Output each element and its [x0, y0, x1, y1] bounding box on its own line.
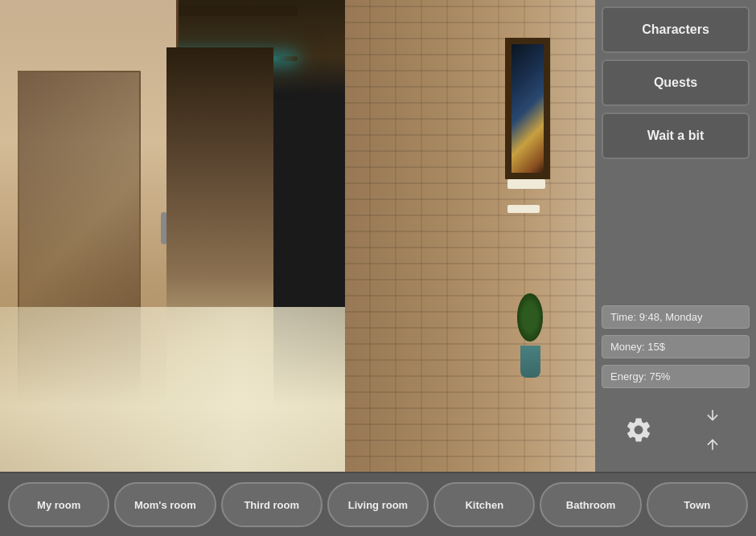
nav-moms-room[interactable]: Mom's room	[114, 482, 216, 527]
stone-wall	[345, 0, 595, 472]
gear-icon[interactable]	[624, 415, 653, 444]
characters-button[interactable]: Characters	[602, 6, 750, 53]
time-display: Time: 9:48, Monday	[602, 305, 750, 329]
arrow-down-icon[interactable]	[698, 401, 727, 430]
quests-button[interactable]: Quests	[602, 59, 750, 106]
money-display: Money: 15$	[602, 335, 750, 358]
wall-painting	[505, 38, 550, 179]
nav-third-room[interactable]: Third room	[221, 482, 323, 527]
wait-button[interactable]: Wait a bit	[602, 113, 750, 159]
shelf-bottom	[507, 205, 540, 213]
plant-pot	[520, 346, 540, 378]
sidebar: Characters Quests Wait a bit Time: 9:48,…	[595, 0, 756, 472]
stone-texture	[345, 0, 595, 472]
sidebar-info: Time: 9:48, Monday Money: 15$ Energy: 75…	[602, 305, 750, 465]
bottom-navigation: My room Mom's room Third room Living roo…	[0, 472, 756, 536]
main-area: Characters Quests Wait a bit Time: 9:48,…	[0, 0, 756, 472]
game-view	[0, 0, 595, 472]
energy-display: Energy: 75%	[602, 365, 750, 388]
plant-leaves	[517, 293, 543, 342]
nav-kitchen[interactable]: Kitchen	[433, 482, 535, 527]
nav-my-room[interactable]: My room	[8, 482, 109, 527]
painting-image	[512, 44, 544, 173]
sidebar-icon-row	[602, 395, 750, 465]
corner-shelf	[507, 179, 545, 213]
corridor-scene	[0, 0, 595, 472]
nav-town[interactable]: Town	[647, 482, 748, 527]
arrow-up-icon[interactable]	[698, 430, 727, 459]
nav-bathroom[interactable]: Bathroom	[540, 482, 641, 527]
arrow-icons	[698, 401, 727, 459]
decorative-plant	[520, 293, 540, 378]
nav-living-room[interactable]: Living room	[327, 482, 429, 527]
shelf-top	[507, 179, 545, 189]
